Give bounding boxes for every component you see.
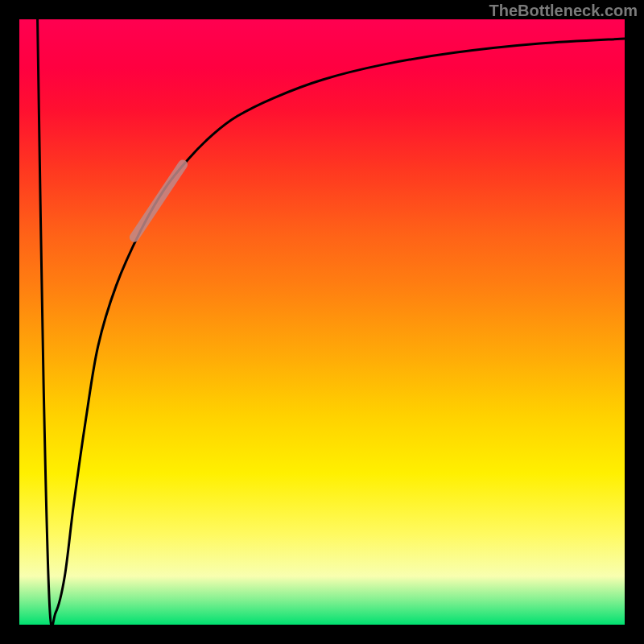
curve-svg	[19, 19, 625, 625]
highlight-segment	[134, 164, 183, 237]
bottleneck-curve-line	[38, 19, 625, 625]
plot-area	[19, 19, 625, 625]
chart-frame: TheBottleneck.com	[0, 0, 644, 644]
watermark-text: TheBottleneck.com	[489, 2, 638, 20]
